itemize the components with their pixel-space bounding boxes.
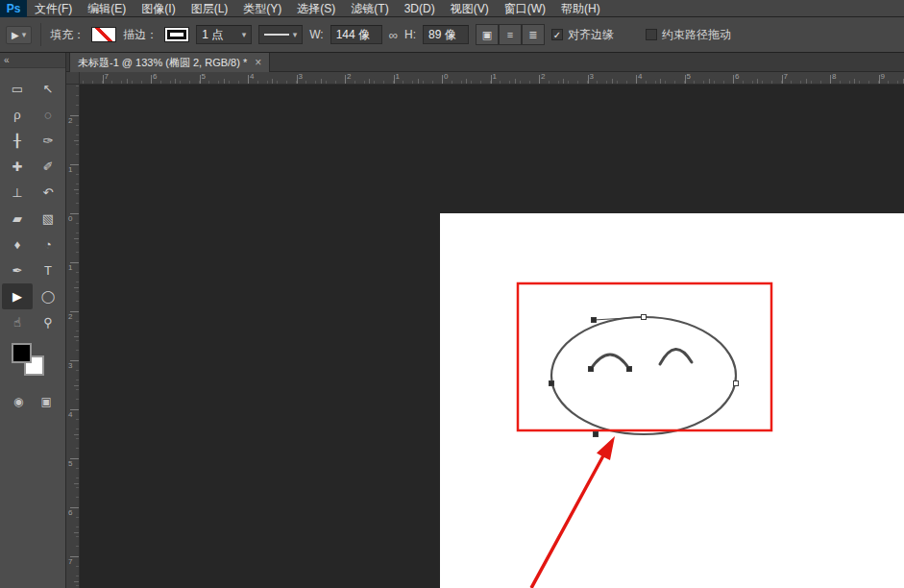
tool-preset-picker[interactable]: ▶ ▾ <box>6 26 32 44</box>
menu-select[interactable]: 选择(S) <box>289 0 343 17</box>
dodge-tool[interactable]: ◔ <box>33 232 63 257</box>
ruler-tick <box>175 79 176 84</box>
horizontal-ruler[interactable]: 76543210123456789 <box>80 72 904 85</box>
document-tab[interactable]: 未标题-1 @ 133% (椭圆 2, RGB/8) * × <box>69 53 270 72</box>
rect-marquee-tool[interactable]: ▭ <box>2 76 33 102</box>
lasso-tool[interactable]: ρ <box>2 102 33 128</box>
vertical-ruler[interactable]: 2101234567 <box>66 85 80 588</box>
canvas-area[interactable] <box>80 85 904 588</box>
ruler-tick <box>757 79 758 84</box>
ruler-label: 2 <box>68 116 72 125</box>
blur-tool[interactable]: ♦ <box>2 232 33 257</box>
document-canvas[interactable] <box>440 213 904 588</box>
options-bar: ▶ ▾ 填充： 描边： 1 点 ▾ ▾ W: 144 像 ∞ H: 89 像 ▣… <box>0 17 904 53</box>
path-selection-tool[interactable]: ▶ <box>2 283 33 309</box>
path-arrange-button[interactable]: ≣ <box>522 24 545 45</box>
ruler-tick <box>248 75 249 84</box>
color-chips <box>12 343 65 383</box>
stroke-width-select[interactable]: 1 点 ▾ <box>196 25 252 44</box>
align-edges-checkbox[interactable]: ✓ 对齐边缘 <box>551 27 614 43</box>
width-input[interactable]: 144 像 <box>330 25 382 44</box>
ruler-tick <box>515 79 516 84</box>
ruler-origin-corner[interactable] <box>66 72 80 85</box>
anchor-point[interactable] <box>594 432 599 437</box>
ruler-tick <box>74 189 79 190</box>
stroke-label: 描边： <box>123 27 158 43</box>
menu-window[interactable]: 窗口(W) <box>497 0 553 17</box>
path-selection-icon: ▶ <box>12 30 19 40</box>
menu-filter[interactable]: 滤镜(T) <box>343 0 396 17</box>
ruler-tick <box>369 79 370 84</box>
anchor-point[interactable] <box>592 318 597 323</box>
move-tool[interactable]: ↖ <box>33 76 63 102</box>
checkbox-empty-icon <box>646 29 657 40</box>
menu-view[interactable]: 视图(V) <box>443 0 497 17</box>
quick-mask-button[interactable]: ◉ <box>13 395 23 408</box>
history-brush-tool[interactable]: ↶ <box>33 180 63 206</box>
menu-file[interactable]: 文件(F) <box>27 0 80 17</box>
ruler-label: 1 <box>396 72 400 81</box>
collapse-panel-button[interactable]: « <box>0 53 65 68</box>
menu-type[interactable]: 类型(Y) <box>235 0 289 17</box>
anchor-point[interactable] <box>627 367 632 372</box>
type-tool[interactable]: T <box>33 257 63 283</box>
menu-help[interactable]: 帮助(H) <box>553 0 608 17</box>
ruler-label: 1 <box>68 263 72 272</box>
chevron-down-icon: ▾ <box>22 30 27 39</box>
fill-swatch[interactable] <box>91 27 116 42</box>
anchor-point[interactable] <box>734 381 739 386</box>
quick-selection-tool[interactable]: ◌ <box>33 102 63 128</box>
brush-tool[interactable]: ✐ <box>33 154 63 180</box>
stroke-width-value: 1 点 <box>202 27 223 43</box>
pen-tool[interactable]: ✒ <box>2 257 33 283</box>
crop-tool[interactable]: ╂ <box>2 128 33 154</box>
ruler-tick <box>272 79 273 84</box>
eraser-tool[interactable]: ▰ <box>2 206 33 232</box>
tools-panel: « ▭↖ρ◌╂✑✚✐⊥↶▰▧♦◔✒T▶◯☝⚲ ◉▣ <box>0 53 66 588</box>
ruler-label: 2 <box>68 312 72 321</box>
close-icon[interactable]: × <box>255 56 261 69</box>
menu-bar: Ps 文件(F)编辑(E)图像(I)图层(L)类型(Y)选择(S)滤镜(T)3D… <box>0 0 904 17</box>
eyedropper-tool[interactable]: ✑ <box>33 128 63 154</box>
ruler-label: 5 <box>68 459 72 468</box>
anchor-point[interactable] <box>642 315 647 320</box>
hand-tool[interactable]: ☝ <box>2 309 33 335</box>
zoom-tool[interactable]: ⚲ <box>33 309 63 335</box>
ruler-tick <box>636 75 637 84</box>
height-label: H: <box>404 28 416 41</box>
stroke-swatch[interactable] <box>164 27 189 42</box>
height-input[interactable]: 89 像 <box>423 25 469 44</box>
path-alignment-button[interactable]: ≡ <box>499 24 522 45</box>
menu-edit[interactable]: 编辑(E) <box>80 0 134 17</box>
ruler-tick <box>563 79 564 84</box>
screen-mode-button[interactable]: ▣ <box>41 395 52 408</box>
constrain-path-drag-checkbox[interactable]: 约束路径拖动 <box>646 27 731 43</box>
ruler-tick <box>466 79 467 84</box>
ruler-tick <box>588 75 589 84</box>
ruler-tick <box>854 79 855 84</box>
ruler-label: 0 <box>444 72 448 81</box>
ruler-label: 3 <box>68 361 72 370</box>
ruler-tick <box>879 75 880 84</box>
menu-layer[interactable]: 图层(L) <box>183 0 236 17</box>
ruler-label: 9 <box>881 72 885 81</box>
ruler-label: 2 <box>541 72 545 81</box>
ellipse-tool[interactable]: ◯ <box>33 283 63 309</box>
ruler-tick <box>394 75 395 84</box>
path-operations-button[interactable]: ▣ <box>476 24 499 45</box>
clone-stamp-tool[interactable]: ⊥ <box>2 180 33 206</box>
anchor-point[interactable] <box>550 381 554 386</box>
gradient-tool[interactable]: ▧ <box>33 206 63 232</box>
link-dimensions-icon[interactable]: ∞ <box>389 28 398 42</box>
stroke-style-select[interactable]: ▾ <box>258 25 303 44</box>
menu-3d[interactable]: 3D(D) <box>397 0 443 17</box>
foreground-color-swatch[interactable] <box>12 343 32 363</box>
healing-brush-tool[interactable]: ✚ <box>2 154 33 180</box>
ruler-tick <box>321 79 322 84</box>
ruler-tick <box>660 79 661 84</box>
anchor-point[interactable] <box>589 367 594 372</box>
ruler-label: 8 <box>832 72 836 81</box>
chevron-down-icon: ▾ <box>293 30 298 39</box>
menu-image[interactable]: 图像(I) <box>134 0 183 17</box>
menu-items: 文件(F)编辑(E)图像(I)图层(L)类型(Y)选择(S)滤镜(T)3D(D)… <box>27 0 608 17</box>
